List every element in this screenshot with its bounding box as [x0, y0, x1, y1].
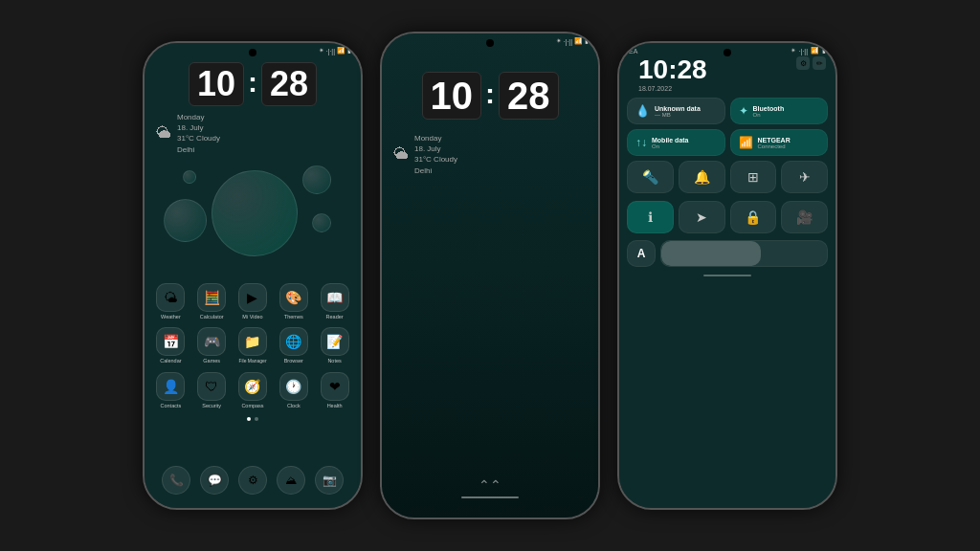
screen-left: ✴ ·|·|| 📶 ▮ 10 : 28 🌥 Monday 18. July	[145, 43, 361, 508]
tile-sub-mobiledata: On	[652, 143, 717, 149]
app-clock[interactable]: 🕐 Clock	[275, 372, 312, 409]
dock-settings[interactable]: ⚙	[238, 466, 267, 495]
dock-phone[interactable]: 📞	[162, 466, 190, 495]
dock-messages[interactable]: 💬	[200, 466, 229, 495]
app-filemanager[interactable]: 📁 File Manager	[234, 327, 272, 364]
app-mivideo[interactable]: ▶ Mi Video	[234, 283, 272, 320]
app-label-games: Games	[203, 358, 220, 364]
right-date-display: 18.07.2022	[629, 85, 717, 98]
lock-button[interactable]: 🔒	[730, 201, 777, 233]
mobile-data-icon: ↑↓	[635, 136, 647, 149]
tile-sub-bluetooth: On	[753, 112, 820, 118]
app-grid-row1: 🌤 Weather 🧮 Calculator ▶ Mi Video 🎨 Them…	[145, 279, 361, 324]
pencil-button[interactable]: ✏	[813, 56, 826, 70]
bottom-controls: A	[619, 236, 835, 271]
app-icon-filemanager[interactable]: 📁	[238, 327, 267, 356]
app-weather[interactable]: 🌤 Weather	[152, 283, 189, 320]
app-compass[interactable]: 🧭 Compass	[234, 372, 272, 409]
app-games[interactable]: 🎮 Games	[193, 327, 231, 364]
battery-icon-mid: ▮	[585, 37, 589, 45]
weather-text-mid: Monday 18. July 31°C Cloudy Delhi	[414, 133, 457, 176]
phone-right: EA ✴ ·|·|| 📶 ▮ 10:28 18.07.2022 ⚙ ✏ 💧	[617, 41, 837, 510]
app-reader[interactable]: 📖 Reader	[316, 283, 353, 320]
tile-wifi[interactable]: 📶 NETGEAR Connected	[730, 129, 829, 156]
phone-left: ✴ ·|·|| 📶 ▮ 10 : 28 🌥 Monday 18. July	[143, 41, 363, 510]
app-icon-mivideo[interactable]: ▶	[238, 283, 267, 312]
tile-title-bluetooth: Bluetooth	[753, 105, 820, 112]
icon-row-1: 🔦 🔔 ⊞ ✈	[619, 156, 835, 196]
app-icon-games[interactable]: 🎮	[197, 327, 226, 356]
app-icon-themes[interactable]: 🎨	[279, 283, 308, 312]
app-icon-contacts[interactable]: 👤	[156, 372, 185, 401]
location-button[interactable]: ➤	[679, 201, 725, 233]
tile-content-mobiledata: Mobile data On	[652, 137, 717, 149]
mid-bottom-area: ⌃⌃	[382, 477, 598, 498]
app-contacts[interactable]: 👤 Contacts	[152, 372, 189, 409]
app-label-calendar: Calendar	[160, 358, 181, 364]
weather-location-mid: Delhi	[414, 165, 457, 176]
app-label-security: Security	[202, 403, 221, 409]
app-label-clock: Clock	[287, 403, 301, 409]
app-label-notes: Notes	[327, 358, 341, 364]
app-browser[interactable]: 🌐 Browser	[275, 327, 312, 364]
clock-sep-left: :	[248, 66, 257, 99]
clock-hours-mid: 10	[422, 72, 482, 120]
bluetooth-icon-right: ✴	[791, 47, 796, 55]
app-icon-security[interactable]: 🛡	[197, 372, 226, 401]
punch-hole-mid	[486, 39, 494, 47]
app-label-contacts: Contacts	[161, 403, 182, 409]
app-calendar[interactable]: 📅 Calendar	[152, 327, 189, 364]
app-label-filemanager: File Manager	[238, 358, 266, 364]
app-icon-weather[interactable]: 🌤	[156, 283, 185, 312]
dock-gallery[interactable]: ⛰	[277, 466, 305, 495]
status-icons-mid: ✴ ·|·|| 📶 ▮	[556, 37, 589, 45]
tile-unknown-data[interactable]: 💧 Unknown data — MB	[627, 98, 725, 124]
gear-button[interactable]: ⚙	[796, 56, 810, 70]
phone-mid: ✴ ·|·|| 📶 ▮ 10 : 28 🌥 Monday 18. July	[380, 32, 600, 519]
app-icon-clock[interactable]: 🕐	[279, 372, 308, 401]
dock-camera[interactable]: 📷	[315, 466, 344, 495]
bottom-dock: 📞 💬 ⚙ ⛰ 📷	[145, 466, 361, 495]
flashlight-button[interactable]: 🔦	[627, 161, 674, 193]
app-label-browser: Browser	[284, 358, 303, 364]
clock-widget-mid: 10 : 28	[382, 49, 598, 131]
tile-content-wifi: NETGEAR Connected	[758, 137, 820, 149]
brightness-fill	[661, 241, 761, 266]
text-size-button[interactable]: A	[627, 240, 656, 267]
battery-icon-right: ▮	[822, 47, 826, 55]
weather-temp-mid: 31°C Cloudy	[414, 154, 457, 165]
notifications-button[interactable]: 🔔	[679, 161, 725, 193]
app-calculator[interactable]: 🧮 Calculator	[193, 283, 231, 320]
app-icon-notes[interactable]: 📝	[321, 327, 349, 356]
tiles-grid: 💧 Unknown data — MB ✦ Bluetooth On ↑↓ Mo…	[619, 98, 835, 156]
app-health[interactable]: ❤ Health	[316, 372, 353, 409]
tile-mobile-data[interactable]: ↑↓ Mobile data On	[627, 129, 725, 156]
tile-bluetooth[interactable]: ✦ Bluetooth On	[730, 98, 829, 124]
app-label-calculator: Calculator	[200, 314, 224, 320]
app-security[interactable]: 🛡 Security	[193, 372, 231, 409]
weather-date-mid: 18. July	[414, 143, 457, 154]
bubbles-decoration	[154, 161, 351, 276]
app-icon-health[interactable]: ❤	[321, 372, 349, 401]
clock-settings-row: 10:28 18.07.2022 ⚙ ✏	[619, 56, 835, 98]
app-icon-reader[interactable]: 📖	[321, 283, 349, 312]
app-icon-calendar[interactable]: 📅	[156, 327, 185, 356]
brightness-bar[interactable]	[660, 240, 828, 267]
signal-icon: ·|·||	[326, 48, 335, 55]
header-icons-right: ✴ ·|·|| 📶 ▮	[791, 47, 826, 55]
clock-hours-left: 10	[189, 62, 244, 106]
tile-title-unknown: Unknown data	[655, 105, 717, 112]
airplane-mode-button[interactable]: ✈	[781, 161, 828, 193]
app-icon-browser[interactable]: 🌐	[279, 327, 308, 356]
app-icon-calculator[interactable]: 🧮	[197, 283, 226, 312]
punch-hole-left	[249, 49, 256, 56]
app-notes[interactable]: 📝 Notes	[316, 327, 353, 364]
app-icon-compass[interactable]: 🧭	[238, 372, 267, 401]
status-icons-left: ✴ ·|·|| 📶 ▮	[319, 47, 351, 55]
privacy-button[interactable]: ℹ	[627, 201, 674, 233]
weather-icon-mid: 🌥	[393, 145, 409, 163]
right-clock-display: 10:28	[629, 56, 717, 85]
video-button[interactable]: 🎥	[781, 201, 828, 233]
app-themes[interactable]: 🎨 Themes	[275, 283, 312, 320]
screen-mirror-button[interactable]: ⊞	[730, 161, 777, 193]
